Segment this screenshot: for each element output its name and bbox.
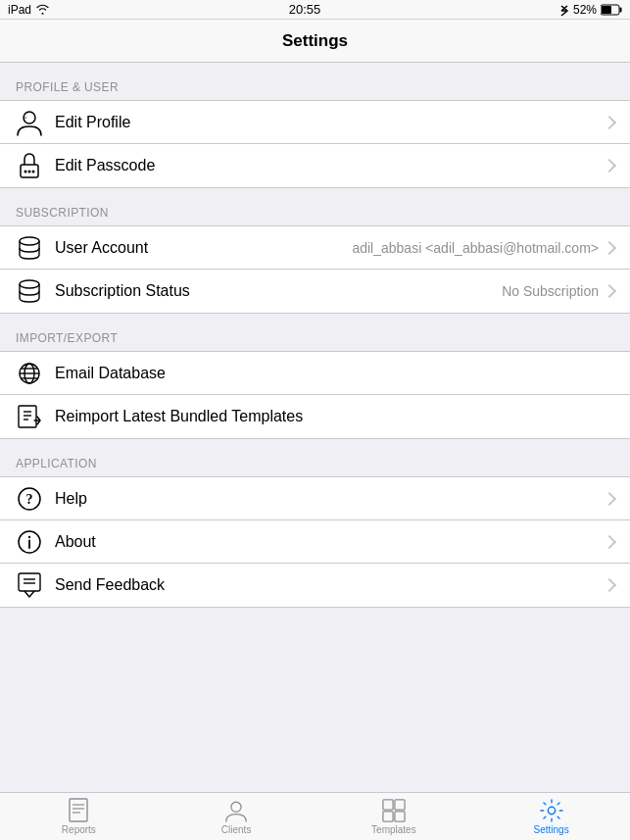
svg-rect-44	[395, 811, 405, 820]
bluetooth-icon	[559, 3, 569, 17]
tab-reports[interactable]: Reports	[0, 793, 158, 840]
svg-point-4	[24, 116, 27, 119]
coins-icon	[16, 234, 43, 262]
importexport-section: Email Database Reimport Latest Bundled T…	[0, 351, 630, 439]
tab-bar: Reports Clients Templates	[0, 792, 630, 840]
svg-text:?: ?	[26, 492, 33, 507]
chevron-icon	[603, 115, 616, 128]
templates-tab-label: Templates	[371, 824, 416, 835]
section-header-importexport: IMPORT/EXPORT	[0, 314, 630, 351]
svg-point-45	[548, 807, 555, 814]
svg-rect-42	[395, 799, 405, 809]
battery-percent: 52%	[573, 3, 597, 17]
svg-rect-33	[19, 573, 40, 591]
user-account-row[interactable]: User Account adil_abbasi <adil_abbasi@ho…	[0, 226, 630, 270]
edit-profile-row[interactable]: Edit Profile	[0, 101, 630, 144]
svg-rect-1	[602, 6, 611, 14]
chevron-icon	[603, 491, 616, 505]
help-icon: ?	[16, 485, 43, 513]
subscription-status-label: Subscription Status	[55, 282, 502, 300]
help-row[interactable]: ? Help	[0, 477, 630, 520]
person-icon	[16, 109, 43, 136]
section-label-application: APPLICATION	[16, 457, 97, 470]
help-label: Help	[55, 490, 605, 508]
section-label-importexport: IMPORT/EXPORT	[16, 331, 118, 345]
subscription-section: User Account adil_abbasi <adil_abbasi@ho…	[0, 225, 630, 314]
application-section: ? Help About	[0, 476, 630, 608]
chevron-icon	[603, 284, 616, 298]
page-title: Settings	[282, 31, 348, 51]
section-header-application: APPLICATION	[0, 439, 630, 476]
user-account-label: User Account	[55, 239, 352, 257]
wifi-icon	[35, 4, 50, 15]
about-label: About	[55, 533, 605, 551]
user-account-value: adil_abbasi <adil_abbasi@hotmail.com>	[352, 240, 599, 256]
edit-profile-label: Edit Profile	[55, 114, 605, 131]
lock-icon	[16, 152, 43, 179]
svg-point-7	[28, 171, 31, 173]
tab-settings[interactable]: Settings	[472, 793, 630, 840]
settings-tab-icon	[540, 799, 563, 822]
coins2-icon	[16, 277, 43, 305]
reimport-icon	[16, 403, 43, 430]
edit-passcode-label: Edit Passcode	[55, 157, 605, 174]
section-label-profile: PROFILE & USER	[16, 80, 119, 94]
svg-point-14	[20, 280, 39, 288]
svg-rect-2	[619, 7, 621, 12]
svg-rect-36	[70, 799, 87, 821]
email-database-row[interactable]: Email Database	[0, 352, 630, 395]
about-row[interactable]: About	[0, 520, 630, 564]
reports-tab-icon	[67, 799, 90, 822]
carrier-label: iPad	[8, 3, 31, 17]
email-icon	[16, 360, 43, 387]
reimport-templates-row[interactable]: Reimport Latest Bundled Templates	[0, 395, 630, 438]
edit-passcode-row[interactable]: Edit Passcode	[0, 144, 630, 187]
send-feedback-row[interactable]: Send Feedback	[0, 564, 630, 607]
chevron-icon	[603, 534, 616, 548]
svg-rect-41	[383, 799, 393, 809]
chevron-icon	[603, 240, 616, 254]
section-header-profile: PROFILE & USER	[0, 63, 630, 100]
battery-icon	[601, 4, 622, 16]
templates-tab-icon	[382, 799, 406, 822]
svg-rect-43	[383, 811, 393, 820]
subscription-status-row[interactable]: Subscription Status No Subscription	[0, 270, 630, 313]
status-left: iPad	[8, 3, 50, 17]
svg-point-31	[28, 535, 30, 537]
svg-point-8	[32, 171, 35, 173]
profile-section: Edit Profile Edit Passcode	[0, 100, 630, 188]
section-label-subscription: SUBSCRIPTION	[16, 206, 109, 220]
clients-tab-label: Clients	[221, 824, 252, 835]
send-feedback-label: Send Feedback	[55, 576, 605, 594]
status-right: 52%	[559, 3, 622, 17]
svg-point-9	[20, 237, 39, 245]
settings-tab-label: Settings	[534, 824, 569, 835]
email-database-label: Email Database	[55, 365, 614, 382]
time-display: 20:55	[289, 2, 321, 17]
status-bar: iPad 20:55 52%	[0, 0, 630, 20]
section-header-subscription: SUBSCRIPTION	[0, 188, 630, 225]
chevron-icon	[603, 159, 616, 173]
clients-tab-icon	[224, 799, 248, 822]
tab-templates[interactable]: Templates	[315, 793, 473, 840]
svg-point-6	[24, 171, 27, 173]
reports-tab-label: Reports	[62, 824, 96, 835]
tab-clients[interactable]: Clients	[158, 793, 315, 840]
reimport-templates-label: Reimport Latest Bundled Templates	[55, 408, 614, 425]
subscription-status-value: No Subscription	[502, 283, 599, 299]
feedback-icon	[16, 571, 43, 599]
svg-rect-24	[19, 406, 36, 427]
nav-bar: Settings	[0, 20, 630, 63]
chevron-icon	[603, 578, 616, 592]
content-area: PROFILE & USER Edit Profile	[0, 63, 630, 792]
svg-point-40	[231, 802, 241, 812]
info-icon	[16, 528, 43, 556]
